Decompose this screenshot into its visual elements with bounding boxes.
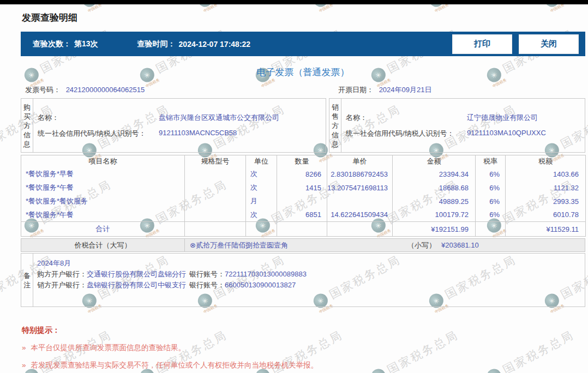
cell-amount: 49889.25 [393, 195, 476, 208]
buyer-side-label-text: 购买方信息 [23, 103, 31, 149]
remarks-side-label-text: 备注 [23, 271, 31, 290]
invoice-number-value: 24212000000064062515 [66, 86, 145, 94]
grand-total-label: 价税合计（大写） [21, 239, 185, 251]
grand-total-figures: ¥203681.10 [441, 241, 479, 249]
buyer-info-box: 购买方信息 名称： 盘锦市兴隆台区双通城市公交有限公司 统一社会信用代码/纳税人… [21, 98, 326, 153]
cell-spec [185, 167, 246, 181]
cell-unit: 月 [246, 195, 277, 208]
cell-item-name: *餐饮服务*早餐 [21, 167, 185, 181]
invoice-number-group: 发票号码： 24212000000064062515 [21, 85, 327, 95]
check-count-label: 查验次数： [33, 39, 71, 49]
bullet-icon: » [22, 344, 26, 352]
buyer-bank-value: 交通银行股份有限公司盘锦分行 [87, 270, 186, 278]
buyer-name-value: 盘锦市兴隆台区双通城市公交有限公司 [159, 113, 279, 123]
remarks-buyer-bank-line: 购方开户银行：交通银行股份有限公司盘锦分行银行账号：72211170301300… [37, 269, 585, 280]
party-info-section: 购买方信息 名称： 盘锦市兴隆台区双通城市公交有限公司 统一社会信用代码/纳税人… [21, 98, 585, 153]
cell-tax-amount: 1403.66 [506, 167, 586, 181]
page-title: 发票查验明细 [22, 11, 585, 24]
buyer-taxid-label: 统一社会信用代码/纳税人识别号： [38, 129, 159, 139]
check-count-value: 第13次 [74, 39, 98, 49]
grand-total-words: ⊗贰拾万叁仟陆佰捌拾壹圆壹角 [185, 240, 407, 250]
seller-taxid-value: 91211103MA10QPUXXC [467, 129, 546, 139]
cell-unit-price [327, 195, 393, 208]
cell-unit-price: 14.622641509434 [327, 208, 393, 222]
invoice-date-value: 2024年09月21日 [379, 86, 432, 94]
header-unit-price: 单价 [327, 155, 393, 167]
invoice-date-group: 开票日期： 2024年09月21日 [327, 85, 431, 95]
notice-item-text: 若发现发票查验结果与实际交易不符，任何单位或个人有权拒收并向当地税务机关举报。 [31, 361, 319, 369]
top-black-strip [0, 0, 588, 4]
remarks-content: 2024年8月 购方开户银行：交通银行股份有限公司盘锦分行银行账号：722111… [33, 254, 585, 306]
print-button[interactable]: 打印 [452, 34, 512, 54]
notice-item-text: 本平台仅提供所查询发票票面信息的查验结果。 [31, 344, 186, 352]
cell-item-name: *餐饮服务*餐饮服务 [21, 195, 185, 208]
cell-tax-rate: 6% [476, 167, 506, 181]
buyer-bank-label: 购方开户银行： [37, 270, 87, 278]
line-items-table: 项目名称 规格型号 单位 数量 单价 金额 税率 税额 *餐饮服务*早餐 次 8… [21, 155, 586, 237]
remarks-box: 备注 2024年8月 购方开户银行：交通银行股份有限公司盘锦分行银行账号：722… [21, 253, 585, 307]
header-tax-rate: 税率 [476, 155, 506, 167]
seller-name-row: 名称： 辽宁德晟物业有限公司 [346, 113, 585, 123]
cell-tax-amount: 2993.35 [506, 195, 586, 208]
invoice-verification-page: 发票查验明细 查验次数： 第13次 查验时间： 2024-12-07 17:48… [21, 11, 585, 370]
cell-amount: 18688.68 [393, 181, 476, 195]
buyer-taxid-row: 统一社会信用代码/纳税人识别号： 91211103MACNC5CB58 [38, 129, 326, 139]
seller-taxid-label: 统一社会信用代码/纳税人识别号： [346, 129, 467, 139]
buyer-name-label: 名称： [38, 113, 159, 123]
seller-account-value: 660050130900013827 [225, 281, 296, 289]
cell-unit-price: 13.2075471698113 [327, 181, 393, 195]
header-spec: 规格型号 [185, 155, 246, 167]
total-rate-empty [476, 222, 506, 237]
total-label: 合计 [21, 222, 185, 237]
grand-total-small-label: （小写） [407, 240, 436, 250]
invoice-date-label: 开票日期： [338, 86, 374, 94]
seller-name-value: 辽宁德晟物业有限公司 [467, 113, 538, 123]
buyer-account-value: 722111703013000089883 [225, 270, 307, 278]
table-total-row: 合计 ¥192151.99 ¥11529.11 [21, 222, 586, 237]
notice-item: »若发现发票查验结果与实际交易不符，任何单位或个人有权拒收并向当地税务机关举报。 [22, 360, 585, 370]
invoice-number-label: 发票号码： [25, 86, 61, 94]
close-button[interactable]: 关闭 [519, 34, 579, 54]
seller-name-label: 名称： [346, 113, 467, 123]
buyer-side-label: 购买方信息 [21, 99, 33, 152]
cell-quantity [277, 195, 327, 208]
header-quantity: 数量 [277, 155, 327, 167]
seller-content: 名称： 辽宁德晟物业有限公司 统一社会信用代码/纳税人识别号： 91211103… [341, 99, 585, 152]
cell-quantity: 1415 [277, 181, 327, 195]
header-unit: 单位 [246, 155, 277, 167]
cell-spec [185, 195, 246, 208]
table-row: *餐饮服务*餐饮服务 月 49889.25 6% 2993.35 [21, 195, 586, 208]
cell-tax-rate: 6% [476, 181, 506, 195]
cell-unit: 次 [246, 167, 277, 181]
table-row: *餐饮服务*早餐 次 8266 2.8301886792453 23394.34… [21, 167, 586, 181]
cell-spec [185, 181, 246, 195]
buyer-account-label: 银行账号： [189, 270, 225, 278]
cell-unit: 次 [246, 208, 277, 222]
cell-item-name: *餐饮服务*午餐 [21, 208, 185, 222]
header-amount: 金额 [393, 155, 476, 167]
check-time-value: 2024-12-07 17:48:22 [179, 40, 251, 49]
buyer-content: 名称： 盘锦市兴隆台区双通城市公交有限公司 统一社会信用代码/纳税人识别号： 9… [33, 99, 326, 152]
grand-total-row: 价税合计（大写） ⊗贰拾万叁仟陆佰捌拾壹圆壹角 （小写） ¥203681.10 [21, 238, 585, 252]
total-unit-empty [246, 222, 277, 237]
remarks-period: 2024年8月 [37, 258, 585, 269]
table-header-row: 项目名称 规格型号 单位 数量 单价 金额 税率 税额 [21, 155, 586, 167]
total-spec-empty [185, 222, 246, 237]
total-qty-empty [277, 222, 327, 237]
cell-unit: 次 [246, 181, 277, 195]
cell-spec [185, 208, 246, 222]
header-item-name: 项目名称 [21, 155, 185, 167]
remarks-side-label: 备注 [21, 254, 33, 306]
seller-taxid-row: 统一社会信用代码/纳税人识别号： 91211103MA10QPUXXC [346, 129, 585, 139]
seller-side-label-text: 销售方信息 [332, 103, 339, 149]
seller-bank-label: 销方开户银行： [37, 281, 87, 289]
cell-tax-amount: 1121.32 [506, 181, 586, 195]
notice-title: 特别提示： [22, 326, 585, 335]
notice-item: »本平台仅提供所查询发票票面信息的查验结果。 [22, 343, 585, 353]
total-price-empty [327, 222, 393, 237]
invoice-number-row: 发票号码： 24212000000064062515 开票日期： 2024年09… [21, 84, 585, 96]
buyer-name-row: 名称： 盘锦市兴隆台区双通城市公交有限公司 [38, 113, 326, 123]
cell-unit-price: 2.8301886792453 [327, 167, 393, 181]
remarks-seller-bank-line: 销方开户银行：盘锦银行股份有限公司中银支行银行账号：66005013090001… [37, 280, 585, 291]
cell-amount: 23394.34 [393, 167, 476, 181]
